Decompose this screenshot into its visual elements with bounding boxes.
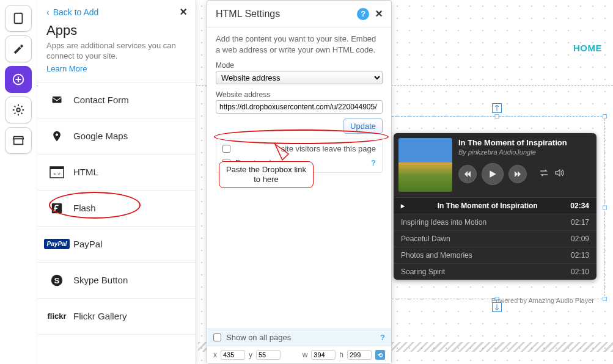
annotation-tail (274, 143, 290, 161)
player-footer: Powered by Amazing Audio Player (394, 293, 596, 304)
repeat-icon[interactable] (539, 169, 549, 180)
app-label: Flickr Gallery (73, 311, 127, 321)
coord-x-label: x (213, 351, 217, 359)
coord-h-input[interactable] (347, 350, 372, 360)
svg-rect-6 (50, 167, 64, 169)
apps-title: Apps (46, 23, 187, 38)
prev-button[interactable] (458, 165, 477, 183)
album-art (398, 138, 452, 192)
rail-market[interactable] (5, 127, 32, 154)
svg-text:S: S (54, 275, 60, 285)
close-icon[interactable]: × (375, 7, 383, 21)
code-icon: < > (49, 166, 65, 179)
app-label: Contact Form (73, 95, 129, 105)
svg-point-2 (17, 108, 20, 112)
app-label: Skype Button (73, 275, 128, 285)
playlist: In The Moment of Inspiration02:34 Inspir… (394, 197, 596, 280)
audio-player: In The Moment of Inspiration By pinkzebr… (394, 133, 596, 280)
rail-design[interactable] (5, 35, 32, 62)
paypal-icon: PayPal (49, 238, 65, 251)
next-button[interactable] (508, 165, 527, 183)
coord-h-label: h (339, 351, 343, 359)
resize-icon[interactable]: ⟲ (375, 350, 385, 360)
envelope-icon (49, 93, 65, 107)
resize-handle[interactable] (603, 206, 607, 210)
app-flickr[interactable]: flickr Flickr Gallery (38, 298, 196, 335)
coord-w-label: w (303, 351, 308, 359)
playlist-row[interactable]: Soaring Spirit02:10 (394, 263, 596, 280)
track-title: In The Moment of Inspiration (458, 138, 589, 147)
update-button[interactable]: Update (343, 118, 383, 134)
apps-list: Contact Form Google Maps < > HTML Flash … (38, 82, 196, 335)
app-google-maps[interactable]: Google Maps (38, 118, 196, 155)
svg-text:< >: < > (53, 171, 61, 177)
help-icon[interactable]: ? (371, 158, 376, 167)
app-label: HTML (73, 167, 98, 177)
resize-handle[interactable] (603, 114, 607, 118)
help-icon[interactable]: ? (380, 333, 385, 342)
leave-page-label: site visitors leave this page (235, 144, 376, 153)
mode-select[interactable]: Website address (216, 71, 383, 84)
drag-handle-top[interactable] (492, 103, 502, 113)
svg-rect-3 (53, 96, 62, 103)
flash-icon (49, 202, 65, 215)
show-all-pages-label: Show on all pages (226, 333, 291, 342)
back-to-add[interactable]: ‹ Back to Add (46, 7, 98, 17)
flickr-icon: flickr (49, 310, 65, 323)
settings-desc: Add the content you want to your site. E… (216, 34, 383, 55)
svg-point-4 (56, 133, 58, 136)
playlist-row[interactable]: Peaceful Dawn02:09 (394, 230, 596, 247)
play-button[interactable] (482, 163, 504, 185)
playlist-row[interactable]: Inspiring Ideas into Motion02:17 (394, 214, 596, 230)
coord-x-input[interactable] (221, 350, 245, 360)
app-label: Google Maps (73, 131, 128, 141)
help-icon[interactable]: ? (357, 8, 369, 20)
learn-more-link[interactable]: Learn More (46, 64, 87, 73)
coord-y-input[interactable] (256, 350, 281, 360)
pin-icon (49, 129, 65, 143)
address-input[interactable] (216, 100, 383, 114)
apps-panel: ‹ Back to Add × Apps Apps are additional… (38, 0, 196, 364)
show-all-pages-checkbox[interactable] (213, 333, 221, 341)
volume-icon[interactable] (555, 169, 565, 180)
rail-settings[interactable] (5, 96, 32, 123)
app-paypal[interactable]: PayPal PayPal (38, 226, 196, 263)
rail-add[interactable] (5, 66, 32, 93)
leave-page-checkbox[interactable] (222, 145, 230, 153)
app-label: Flash (73, 203, 96, 213)
coord-y-label: y (249, 351, 252, 359)
app-contact-form[interactable]: Contact Form (38, 82, 196, 118)
rail-pages[interactable] (5, 5, 32, 32)
mode-label: Mode (216, 61, 383, 70)
tool-rail (0, 0, 37, 364)
app-flash[interactable]: Flash (38, 190, 196, 227)
playlist-row[interactable]: Photos and Memories02:13 (394, 247, 596, 263)
resize-handle[interactable] (603, 297, 607, 301)
nav-home[interactable]: HOME (573, 43, 602, 53)
address-label: Website address (216, 90, 383, 99)
back-label: Back to Add (53, 7, 99, 17)
app-label: PayPal (73, 239, 103, 249)
skype-icon: S (49, 274, 65, 287)
svg-rect-0 (15, 13, 23, 24)
coord-w-input[interactable] (311, 350, 336, 360)
app-html[interactable]: < > HTML (38, 154, 196, 191)
app-skype[interactable]: S Skype Button (38, 262, 196, 299)
close-icon[interactable]: × (180, 5, 187, 19)
track-artist: By pinkzebra AudioJungle (458, 148, 589, 156)
settings-title: HTML Settings (216, 9, 280, 20)
chevron-left-icon: ‹ (46, 7, 50, 17)
resize-handle[interactable] (495, 114, 499, 118)
playlist-row[interactable]: In The Moment of Inspiration02:34 (394, 197, 596, 214)
apps-desc: Apps are additional services you can con… (46, 41, 187, 62)
annotation-callout: Paste the Dropbox link to here (219, 161, 314, 188)
